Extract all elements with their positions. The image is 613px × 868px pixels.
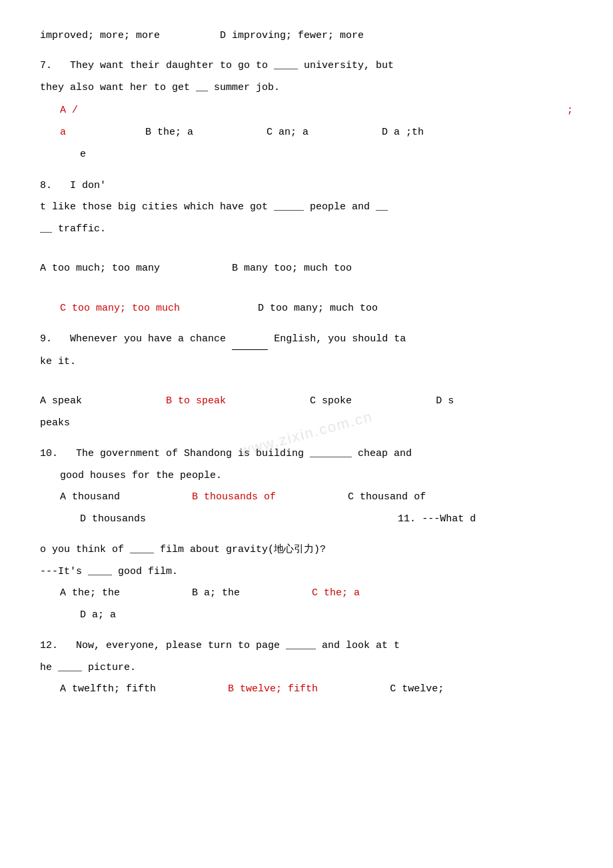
q12-options: A twelfth; fifth B twelve; fifth C twelv…	[40, 680, 573, 699]
q10-option-b: B thousands of	[192, 491, 276, 503]
q8-text1: 8. I don'	[40, 177, 573, 196]
question-10: 10. The government of Shandong is buildi…	[40, 445, 573, 529]
q7-option-a-suffix: ;	[567, 101, 573, 119]
question-7: 7. They want their daughter to go to ___…	[40, 57, 573, 165]
q10-option-c: C thousand of	[348, 491, 426, 503]
question-11: o you think of ____ film about gravity(地…	[40, 541, 573, 625]
prev-left: improved; more; more	[40, 30, 160, 41]
q11-text2: ---It's ____ good film.	[40, 563, 573, 582]
q11-header: 11. ---What d	[398, 513, 476, 525]
q7-options: A / ;	[40, 101, 573, 119]
q9-options-ab: A speak B to speak C spoke D s	[40, 392, 573, 411]
q9-option-a: A speak	[40, 395, 82, 407]
q7-option-b: B the; a	[145, 123, 193, 141]
q7-option-a2: a	[40, 123, 66, 141]
q11-text1: o you think of ____ film about gravity(地…	[40, 541, 573, 560]
q11-option-a: A the; the	[40, 587, 120, 599]
q7-text1: 7. They want their daughter to go to ___…	[40, 57, 573, 76]
q10-options: A thousand B thousands of C thousand of	[40, 488, 573, 507]
question-8: 8. I don' t like those big cities which …	[40, 177, 573, 319]
q7-option-d2: e	[40, 145, 573, 165]
q10-text1: 10. The government of Shandong is buildi…	[40, 445, 573, 464]
q9-text: 9. Whenever you have a chance English, y…	[40, 330, 573, 350]
q9-text3: ke it.	[40, 353, 573, 372]
q7-option-d: D a ;th	[382, 123, 424, 141]
q9-option-d: D s	[436, 395, 454, 407]
q12-option-b: B twelve; fifth	[228, 683, 318, 695]
prev-line-block: improved; more; more D improving; fewer;…	[40, 27, 573, 45]
q11-option-d: D a; a	[40, 606, 573, 625]
q10-option-a: A thousand	[40, 491, 120, 503]
q9-option-d2: peaks	[40, 414, 573, 433]
q12-text2: he ____ picture.	[40, 659, 573, 678]
q10-option-d-and-q11-header: D thousands 11. ---What d	[40, 510, 573, 529]
q7-option-a: A /	[40, 101, 78, 119]
q12-option-c: C twelve;	[390, 683, 444, 695]
q8-text3: __ traffic.	[40, 220, 573, 239]
q8-option-a: A too much; too many	[40, 263, 160, 274]
content: improved; more; more D improving; fewer;…	[40, 27, 573, 699]
q8-option-c: C too many; too much	[40, 303, 180, 314]
q7-option-c: C an; a	[267, 123, 308, 141]
question-12: 12. Now, everyone, please turn to page _…	[40, 637, 573, 699]
q12-option-a: A twelfth; fifth	[40, 683, 156, 695]
q7-text2: they also want her to get __ summer job.	[40, 79, 573, 98]
question-9: 9. Whenever you have a chance English, y…	[40, 330, 573, 433]
prev-right: D improving; fewer; more	[220, 30, 364, 41]
q11-option-c: C the; a	[312, 587, 360, 599]
q12-text1: 12. Now, everyone, please turn to page _…	[40, 637, 573, 656]
q8-option-b: B many too; much too	[232, 263, 352, 274]
q9-option-c: C spoke	[310, 395, 352, 407]
q11-options: A the; the B a; the C the; a	[40, 584, 573, 603]
q7-options-row2: a B the; a C an; a D a ;th	[40, 123, 573, 141]
prev-line: improved; more; more D improving; fewer;…	[40, 27, 573, 45]
q8-text2: t like those big cities which have got _…	[40, 198, 573, 217]
q10-text2: good houses for the people.	[40, 467, 573, 486]
q9-option-b: B to speak	[166, 395, 226, 407]
q8-option-d: D too many; much too	[258, 303, 378, 314]
q10-option-d: D thousands	[40, 513, 146, 525]
q11-option-b: B a; the	[192, 587, 240, 599]
q8-options-cd: C too many; too much D too many; much to…	[40, 299, 573, 319]
q8-options-ab: A too much; too many B many too; much to…	[40, 259, 573, 279]
